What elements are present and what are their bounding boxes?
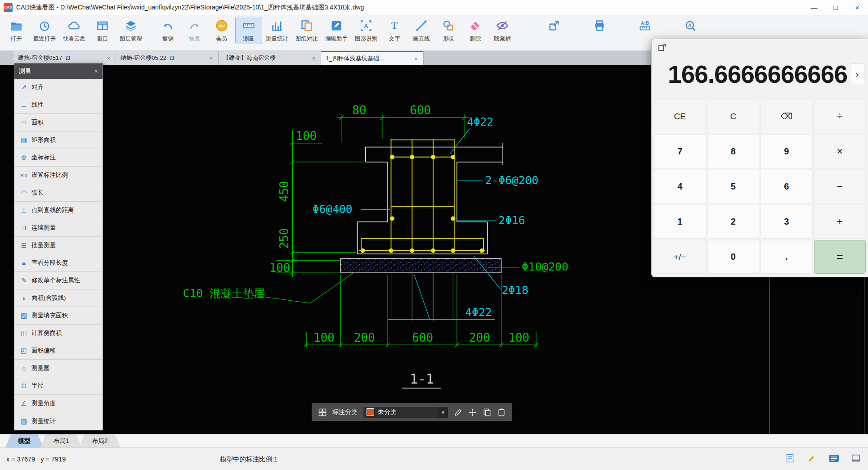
measure-item-batch[interactable]: ⊞批量测量: [14, 237, 103, 254]
cloud-drive-button[interactable]: 快看云盘: [60, 17, 89, 44]
calc-key-clear-entry[interactable]: CE: [654, 99, 706, 133]
tab-drawing-2[interactable]: 结施-宿舍楼05.22_t3 ×: [116, 51, 219, 65]
measure-item-point-to-line[interactable]: ⊥点到直线的距离: [14, 202, 103, 219]
edit-annotation-icon[interactable]: [454, 408, 463, 417]
maximize-button[interactable]: □: [825, 0, 846, 15]
measure-item-continuous[interactable]: ⇉连续测量: [14, 219, 103, 237]
measure-item-scale[interactable]: A:B设置标注比例: [14, 167, 103, 184]
calc-key-equals[interactable]: =: [814, 240, 866, 274]
measure-item-coordinate[interactable]: ⊕坐标标注: [14, 149, 103, 167]
paste-icon[interactable]: [497, 408, 506, 417]
panel-close-icon[interactable]: ×: [94, 68, 98, 75]
annotation-scale-text: 模型中的标注比例:1: [220, 448, 277, 470]
eye-slash-icon: [496, 19, 509, 34]
move-icon[interactable]: [468, 408, 477, 417]
print-button[interactable]: [586, 17, 613, 35]
redo-button[interactable]: 恢复: [182, 17, 208, 44]
copy-icon[interactable]: [483, 408, 492, 417]
panel-list-icon[interactable]: [828, 453, 839, 465]
svg-text:200: 200: [469, 331, 490, 344]
layer-manager-button[interactable]: 图层管理: [116, 17, 145, 44]
measure-item-area-offset[interactable]: ◰面积偏移: [14, 342, 103, 360]
open-button[interactable]: 打开: [3, 17, 29, 44]
text-tool-button[interactable]: T 文字: [381, 17, 407, 44]
layout-tab-model[interactable]: 模型: [5, 434, 43, 447]
svg-text:600: 600: [412, 331, 433, 344]
grid-icon[interactable]: [318, 408, 327, 417]
measure-item-align[interactable]: ↗对齐: [14, 79, 103, 96]
calc-key-minus[interactable]: −: [814, 170, 866, 203]
annotation-scale-button[interactable]: A:B: [632, 17, 658, 35]
chevron-down-icon[interactable]: ▾: [438, 407, 448, 418]
calc-key-8[interactable]: 8: [707, 135, 760, 168]
close-button[interactable]: ×: [846, 0, 868, 15]
markup-pencil-icon[interactable]: [807, 453, 817, 465]
tab-drawing-3[interactable]: 【建变】海南宿舍楼 ×: [219, 51, 321, 65]
calc-key-negate[interactable]: +/−: [654, 240, 706, 274]
calc-key-4[interactable]: 4: [654, 170, 706, 203]
shape-recognition-button[interactable]: A 图形识别: [352, 17, 380, 44]
draw-line-button[interactable]: 画直线: [408, 17, 434, 44]
measure-item-area[interactable]: ▱面积: [14, 114, 103, 131]
measure-item-modify-annotation[interactable]: ✎修改单个标注属性: [14, 272, 103, 289]
hide-annotation-button[interactable]: 隐藏标: [489, 17, 515, 44]
tab-close-icon[interactable]: ×: [413, 55, 419, 62]
category-dropdown[interactable]: 未分类 ▾: [363, 406, 448, 418]
measure-stats-button[interactable]: 测量统计: [263, 17, 291, 44]
layout-tab-layout2[interactable]: 布局2: [79, 434, 121, 447]
measure-item-arc-length[interactable]: ◠弧长: [14, 184, 103, 202]
calc-key-divide[interactable]: ÷: [814, 99, 866, 133]
align-icon: ↗: [19, 83, 29, 91]
measure-item-rect-area[interactable]: ▦矩形面积: [14, 131, 103, 149]
measure-item-radius[interactable]: ⊙半径: [14, 377, 103, 395]
measure-item-area-with-arc[interactable]: ◗面积(含弧线): [14, 289, 103, 307]
delete-button[interactable]: 删除: [462, 17, 488, 44]
always-on-top-icon[interactable]: [658, 45, 666, 53]
layout-tab-layout1[interactable]: 布局1: [40, 434, 82, 447]
find-text-button[interactable]: A: [677, 17, 703, 35]
calc-key-1[interactable]: 1: [654, 205, 706, 239]
calc-key-9[interactable]: 9: [761, 135, 813, 168]
calculator-titlebar: [652, 39, 868, 54]
measure-item-linear[interactable]: ↔线性: [14, 96, 103, 114]
perpendicular-icon: ⊥: [19, 206, 29, 214]
edit-assistant-button[interactable]: 编辑助手: [322, 17, 351, 44]
compare-icon: [300, 19, 313, 34]
undo-button[interactable]: 撤销: [155, 17, 181, 44]
calc-key-decimal[interactable]: .: [761, 240, 813, 274]
share-button[interactable]: [541, 17, 567, 35]
vip-member-button[interactable]: VIP 会员: [209, 17, 235, 44]
calc-key-7[interactable]: 7: [654, 135, 706, 168]
tab-close-icon[interactable]: ×: [208, 55, 214, 62]
calc-key-0[interactable]: 0: [707, 240, 760, 274]
calc-key-backspace[interactable]: ⌫: [761, 99, 813, 133]
tab-drawing-4-active[interactable]: 1_四秤体浅基坑基础… ×: [321, 51, 424, 65]
measure-item-fill-area[interactable]: ▨测量填充面积: [14, 307, 103, 325]
calc-key-multiply[interactable]: ×: [814, 135, 866, 168]
measure-item-segment-length[interactable]: ≡查看分段长度: [14, 254, 103, 272]
drawing-compare-button[interactable]: 图纸对比: [292, 17, 321, 44]
ruler-icon: [242, 19, 255, 34]
folder-open-icon: [10, 19, 22, 34]
measure-item-circle[interactable]: ○测量圆: [14, 360, 103, 377]
tab-close-icon[interactable]: ×: [311, 55, 316, 62]
calc-key-5[interactable]: 5: [707, 170, 760, 203]
display-overflow-chevron-icon[interactable]: ›: [850, 63, 864, 85]
shapes-button[interactable]: 形状: [435, 17, 461, 44]
measure-item-angle[interactable]: ∠测量角度: [14, 395, 103, 412]
measure-button[interactable]: 测量: [236, 17, 262, 44]
tab-close-icon[interactable]: ×: [106, 55, 111, 62]
side-area-icon: ◫: [19, 329, 29, 337]
minimize-button[interactable]: —: [803, 0, 825, 15]
calc-key-3[interactable]: 3: [761, 205, 813, 239]
measure-item-side-area[interactable]: ◫计算侧面积: [14, 325, 103, 342]
calc-key-clear[interactable]: C: [707, 99, 760, 133]
window-tool-button[interactable]: 窗口: [89, 17, 116, 44]
recent-open-button[interactable]: 最近打开: [30, 17, 59, 44]
measure-item-stats[interactable]: ▥测量统计: [14, 412, 103, 430]
calc-key-6[interactable]: 6: [761, 170, 813, 203]
calc-key-2[interactable]: 2: [707, 205, 760, 239]
calc-key-plus[interactable]: +: [814, 205, 866, 239]
collapse-panel-icon[interactable]: [851, 453, 861, 465]
sheet-preview-icon[interactable]: [785, 453, 795, 465]
